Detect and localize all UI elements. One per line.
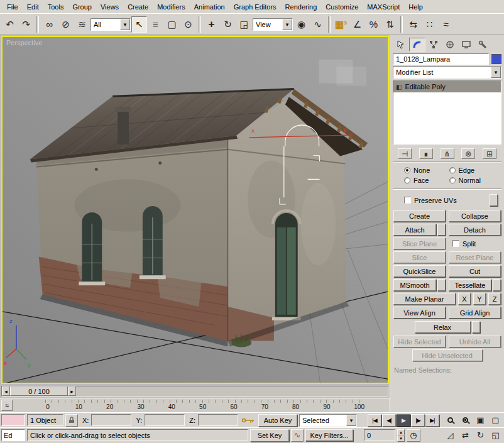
time-slider-prev-arrow[interactable]: ◂ [2, 386, 10, 396]
modifier-stack[interactable]: ◧ Editable Poly [393, 80, 501, 145]
snaps-toggle-icon[interactable]: ▦³ [333, 16, 349, 33]
set-key-button[interactable]: Set Key [250, 429, 289, 442]
bind-to-spacewarp-icon[interactable]: ≋ [74, 16, 90, 33]
angle-snap-icon[interactable]: ∠ [349, 16, 365, 33]
preserve-uvs-settings-button[interactable] [490, 194, 498, 206]
select-object-icon[interactable]: ↖ [131, 16, 147, 33]
collapse-button[interactable]: Collapse [449, 210, 501, 222]
time-configuration-button[interactable]: ◷ [407, 429, 420, 442]
current-frame-field[interactable]: 0 [364, 429, 395, 441]
constraint-normal-radio[interactable]: Normal [449, 177, 493, 184]
zoom-extents-icon[interactable]: ▣ [473, 413, 488, 427]
constraint-edge-radio[interactable]: Edge [449, 167, 493, 174]
use-center-icon[interactable]: ◉ [293, 16, 309, 33]
planar-x-button[interactable]: X [458, 293, 471, 305]
cut-button[interactable]: Cut [449, 265, 501, 277]
mirror-icon[interactable]: ⇆ [405, 16, 421, 33]
selection-region-icon[interactable]: ▢ [164, 16, 180, 33]
menu-item[interactable]: MAXScript [363, 1, 404, 13]
align-icon[interactable]: ∷ [422, 16, 437, 33]
key-filters-button[interactable]: Key Filters... [305, 429, 353, 441]
track-bar[interactable]: ≈ 0102030405060708090100 [0, 398, 390, 412]
object-color-swatch[interactable] [491, 54, 501, 64]
tab-utilities[interactable] [474, 38, 491, 52]
grid-align-button[interactable]: Grid Align [449, 307, 501, 319]
pan-icon[interactable]: ⇄ [458, 429, 473, 442]
pin-stack-icon[interactable]: ⊣ [398, 148, 412, 159]
planar-z-button[interactable]: Z [488, 293, 501, 305]
time-slider-track[interactable]: ◂ 0 / 100 ▸ [1, 386, 388, 397]
menu-item[interactable]: Group [68, 1, 96, 13]
tessellate-button[interactable]: Tessellate [449, 279, 491, 291]
menu-item[interactable]: Views [96, 1, 123, 13]
msmooth-settings-button[interactable] [437, 279, 446, 291]
selection-lock-button[interactable] [65, 414, 78, 427]
redo-icon[interactable]: ↷ [18, 16, 34, 33]
view-align-button[interactable]: View Align [393, 307, 446, 319]
attach-list-button[interactable] [437, 224, 446, 236]
dropdown-arrow-icon[interactable]: ▾ [491, 67, 501, 78]
selection-filter-dropdown[interactable]: All ▾ [90, 18, 131, 31]
undo-icon[interactable]: ↶ [2, 16, 18, 33]
tab-modify[interactable] [409, 38, 425, 52]
menu-item[interactable]: Rendering [281, 1, 322, 13]
track-bar-ruler[interactable]: 0102030405060708090100 [14, 398, 390, 412]
viewport-canvas[interactable]: x y x y z [3, 37, 388, 383]
quickslice-button[interactable]: QuickSlice [393, 265, 446, 277]
curve-editor-icon[interactable]: ≈ [438, 16, 454, 33]
split-checkbox[interactable] [452, 240, 459, 247]
modifier-list-dropdown[interactable]: Modifier List ▾ [393, 66, 501, 79]
menu-item[interactable]: Edit [23, 1, 43, 13]
x-coordinate-field[interactable] [91, 414, 131, 426]
viewport-perspective[interactable]: x y x y z Perspective [1, 36, 389, 384]
make-planar-button[interactable]: Make Planar [393, 293, 456, 305]
dropdown-arrow-icon[interactable]: ▾ [346, 415, 356, 426]
relax-settings-button[interactable] [472, 321, 480, 333]
time-slider-next-arrow[interactable]: ▸ [68, 386, 76, 396]
dropdown-arrow-icon[interactable]: ▾ [120, 19, 130, 30]
zoom-icon[interactable] [443, 413, 457, 427]
menu-item[interactable]: Create [123, 1, 153, 13]
remove-modifier-icon[interactable]: ⊗ [461, 148, 475, 159]
y-coordinate-field[interactable] [145, 414, 185, 426]
unlink-selection-icon[interactable]: ⊘ [58, 16, 74, 33]
tab-create[interactable] [393, 38, 409, 52]
frame-spinner-down[interactable]: ▾ [397, 435, 405, 442]
select-and-scale-icon[interactable]: ◲ [236, 16, 252, 33]
building-model[interactable] [30, 89, 368, 347]
menu-item[interactable]: Tools [43, 1, 68, 13]
menu-item[interactable]: File [3, 1, 23, 13]
show-end-result-icon[interactable]: ∎ [419, 148, 433, 159]
configure-modifier-sets-icon[interactable]: ⊞ [483, 148, 496, 159]
z-coordinate-field[interactable] [198, 414, 238, 426]
reference-coordsys-dropdown[interactable]: View ▾ [253, 18, 293, 31]
set-key-mode-icon[interactable]: ∿ [291, 429, 304, 442]
create-button[interactable]: Create [393, 210, 446, 222]
menu-item[interactable]: Help [404, 1, 427, 13]
zoom-region-icon[interactable]: ▢ [488, 413, 503, 427]
planar-y-button[interactable]: Y [473, 293, 486, 305]
percent-snap-icon[interactable]: % [366, 16, 381, 33]
select-and-link-icon[interactable]: ∞ [41, 16, 57, 33]
maxscript-mini-listener-script[interactable]: Ed [1, 429, 25, 441]
play-animation-button[interactable]: ▶ [397, 414, 410, 427]
menu-item[interactable]: Modifiers [153, 1, 190, 13]
tessellate-settings-button[interactable] [493, 279, 501, 291]
key-mode-dropdown[interactable]: Selected ▾ [299, 414, 357, 427]
menu-item[interactable]: Customize [321, 1, 363, 13]
field-of-view-icon[interactable]: ◿ [443, 429, 457, 442]
window-crossing-icon[interactable]: ⊙ [180, 16, 196, 33]
object-name-field[interactable]: 1_0128_Lampara [393, 53, 489, 65]
menu-item[interactable]: Graph Editors [229, 1, 281, 13]
absolute-offset-toggle-button[interactable] [240, 414, 256, 427]
auto-key-button[interactable]: Auto Key [258, 414, 297, 427]
previous-frame-button[interactable]: ◀| [382, 414, 396, 427]
select-and-rotate-icon[interactable]: ↻ [220, 16, 236, 33]
menu-item[interactable]: Animation [190, 1, 229, 13]
maximize-viewport-icon[interactable]: ◱ [488, 429, 503, 442]
select-and-move-icon[interactable]: + [204, 16, 219, 33]
time-slider-button[interactable]: 0 / 100 [10, 386, 68, 396]
spinner-snap-icon[interactable]: ⇅ [382, 16, 398, 33]
modifier-stack-item-editable-poly[interactable]: ◧ Editable Poly [393, 81, 501, 92]
select-and-manipulate-icon[interactable]: ∿ [310, 16, 326, 33]
